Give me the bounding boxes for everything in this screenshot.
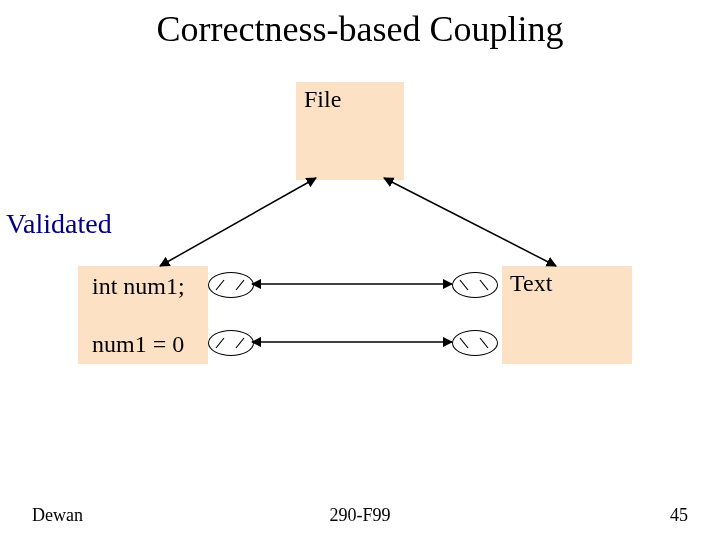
code-line-2: num1 = 0 <box>92 331 184 358</box>
footer-page: 45 <box>670 505 688 526</box>
sync-marker-right-row1 <box>452 272 498 298</box>
slide-title: Correctness-based Coupling <box>0 8 720 50</box>
sync-marker-right-row2 <box>452 330 498 356</box>
validated-label: Validated <box>6 208 112 240</box>
slide-stage: Correctness-based Coupling Validated Fil… <box>0 0 720 540</box>
footer-course: 290-F99 <box>0 505 720 526</box>
svg-line-0 <box>160 178 316 266</box>
svg-line-1 <box>384 178 556 266</box>
code-line-1: int num1; <box>92 273 185 300</box>
sync-marker-left-row1 <box>208 272 254 298</box>
text-label: Text <box>510 270 552 297</box>
file-label: File <box>304 86 341 113</box>
sync-marker-left-row2 <box>208 330 254 356</box>
